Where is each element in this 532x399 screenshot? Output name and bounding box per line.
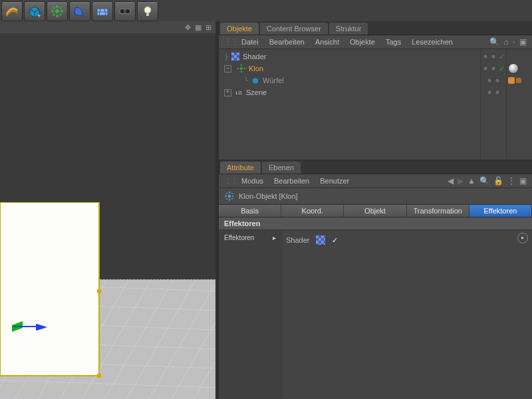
menu-dots-icon[interactable]: ⋮ xyxy=(507,176,515,186)
cat-transformation[interactable]: Transformation xyxy=(407,205,469,217)
grip-icon[interactable]: ⋮⋮ xyxy=(224,177,231,186)
svg-point-20 xyxy=(241,65,242,66)
maximize-icon[interactable]: ▣ xyxy=(519,37,527,47)
tree-row-wuerfel[interactable]: └ Würfel xyxy=(221,74,477,86)
expander-icon[interactable]: + xyxy=(224,89,231,96)
attributes-menu: ⋮⋮ Modus Bearbeiten Benutzer ◀ ▶ ▲ 🔍 🔓 ⋮… xyxy=(219,174,532,188)
shader-icon xyxy=(231,52,240,61)
cloner-icon xyxy=(224,192,233,201)
svg-point-27 xyxy=(225,196,227,198)
menu-benutzer[interactable]: Benutzer xyxy=(320,177,349,185)
svg-rect-18 xyxy=(146,13,149,16)
menu-bearbeiten[interactable]: Bearbeiten xyxy=(274,177,309,185)
home-icon[interactable]: ⌂ xyxy=(503,37,508,47)
objects-tab-row: Objekte Content Browser Struktur xyxy=(219,21,532,35)
cat-objekt[interactable]: Objekt xyxy=(344,205,406,217)
viewport-grid-icon[interactable]: ▦ xyxy=(195,23,201,32)
horizon-line xyxy=(98,279,215,280)
maximize-icon[interactable]: ▣ xyxy=(519,176,527,186)
menu-ansicht[interactable]: Ansicht xyxy=(315,38,339,46)
tool-floor[interactable] xyxy=(92,1,113,21)
tree-row-szene[interactable]: + L0 Szene xyxy=(221,86,477,98)
nav-forward-icon: ▶ xyxy=(458,176,464,186)
section-header-effektoren: Effektoren xyxy=(219,217,532,230)
phong-tag-icon[interactable] xyxy=(516,78,521,83)
tree-label: Szene xyxy=(246,88,267,96)
enable-check[interactable]: ✓ xyxy=(499,65,505,73)
tab-ebenen[interactable]: Ebenen xyxy=(262,162,301,174)
menu-lesezeichen[interactable]: Lesezeichen xyxy=(412,38,453,46)
texture-tag-icon[interactable] xyxy=(508,63,519,74)
svg-point-25 xyxy=(229,192,231,194)
tree-row-klon[interactable]: − Klon xyxy=(221,63,477,74)
tool-cloner[interactable] xyxy=(47,1,68,21)
svg-rect-16 xyxy=(124,10,126,13)
list-options-icon[interactable]: ▸ xyxy=(517,233,528,243)
menu-objekte[interactable]: Objekte xyxy=(350,38,375,46)
tool-deformer[interactable] xyxy=(69,1,90,21)
phong-tag-icon[interactable] xyxy=(508,77,515,84)
effektor-enable-check[interactable]: ✓ xyxy=(332,236,338,245)
tool-bend[interactable] xyxy=(1,1,23,21)
search-icon[interactable]: 🔍 xyxy=(489,37,499,47)
effektoren-list[interactable]: Shader ✓ ▸ xyxy=(282,230,532,399)
visibility-dot[interactable] xyxy=(487,78,492,83)
selection-handle[interactable] xyxy=(97,289,101,293)
tree-label: Klon xyxy=(249,65,263,72)
svg-point-6 xyxy=(53,7,55,9)
viewport-layout-icon[interactable]: ⊞ xyxy=(205,23,211,32)
svg-point-8 xyxy=(53,14,55,16)
cat-basis[interactable]: Basis xyxy=(219,205,281,217)
tab-attribute[interactable]: Attribute xyxy=(220,162,261,174)
expander-icon[interactable]: − xyxy=(224,65,231,72)
menu-modus[interactable]: Modus xyxy=(241,177,263,185)
shader-icon xyxy=(316,235,325,245)
tab-struktur[interactable]: Struktur xyxy=(329,23,368,35)
viewport-move-icon[interactable]: ✥ xyxy=(185,23,191,32)
visibility-dot[interactable] xyxy=(491,66,496,71)
svg-point-19 xyxy=(240,67,243,70)
cat-koord[interactable]: Koord. xyxy=(281,205,344,217)
expand-arrow-icon[interactable]: ▸ xyxy=(273,234,276,395)
svg-text:+: + xyxy=(37,13,41,19)
menu-bearbeiten[interactable]: Bearbeiten xyxy=(269,38,305,46)
tags-column xyxy=(507,49,532,160)
tab-objekte[interactable]: Objekte xyxy=(220,23,259,35)
tool-cube[interactable]: + xyxy=(24,1,45,21)
selection-handle[interactable] xyxy=(97,374,101,378)
enable-check[interactable]: ✓ xyxy=(499,53,505,61)
tab-content-browser[interactable]: Content Browser xyxy=(260,23,328,35)
scene-object-klon[interactable] xyxy=(0,202,100,376)
effektor-item-shader[interactable]: Shader ✓ xyxy=(286,234,528,246)
menu-tags[interactable]: Tags xyxy=(386,38,401,46)
axis-x-gizmo[interactable] xyxy=(36,324,47,331)
svg-point-31 xyxy=(226,198,227,200)
visibility-dot[interactable] xyxy=(483,54,488,59)
visibility-column: ✓ ✓ xyxy=(480,49,507,160)
search-icon[interactable]: 🔍 xyxy=(479,176,489,186)
menu-datei[interactable]: Datei xyxy=(241,38,259,46)
object-tree[interactable]: ├ Shader − Klon └ Würfel + L0 xyxy=(219,49,480,160)
visibility-dot[interactable] xyxy=(491,54,496,59)
svg-point-28 xyxy=(232,196,233,198)
take-icon: L0 xyxy=(234,88,243,97)
visibility-dot[interactable] xyxy=(495,78,500,83)
effektoren-field-label: Effektoren ▸ xyxy=(219,230,282,399)
lock-icon[interactable]: 🔓 xyxy=(493,176,503,186)
visibility-dot[interactable] xyxy=(487,90,492,95)
cat-effektoren[interactable]: Effektoren xyxy=(469,205,532,217)
viewport-3d[interactable] xyxy=(0,33,215,399)
nav-back-icon[interactable]: ◀ xyxy=(448,176,454,186)
tool-camera[interactable] xyxy=(114,1,136,21)
tool-light[interactable] xyxy=(137,1,158,21)
dot-icon[interactable]: ◦ xyxy=(513,37,515,47)
tree-row-shader[interactable]: ├ Shader xyxy=(221,51,477,63)
grip-icon[interactable]: ⋮⋮ xyxy=(224,38,231,47)
svg-point-1 xyxy=(55,9,59,13)
nav-up-icon[interactable]: ▲ xyxy=(467,176,475,186)
svg-point-4 xyxy=(51,10,54,13)
visibility-dot[interactable] xyxy=(495,90,500,95)
svg-point-5 xyxy=(61,10,63,13)
visibility-dot[interactable] xyxy=(483,66,488,71)
axis-x-line xyxy=(13,326,36,327)
